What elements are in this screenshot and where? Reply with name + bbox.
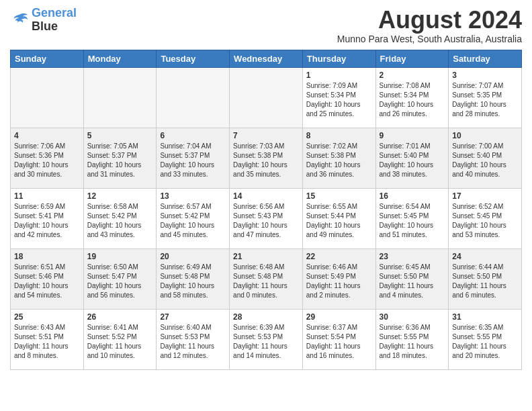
cell-text: Sunrise: 6:35 AMSunset: 5:55 PMDaylight:…	[452, 323, 518, 361]
cell-text: Sunrise: 6:59 AMSunset: 5:41 PMDaylight:…	[14, 202, 80, 240]
day-header-saturday: Saturday	[449, 50, 522, 67]
calendar-header-row: SundayMondayTuesdayWednesdayThursdayFrid…	[11, 50, 522, 67]
day-number: 4	[14, 131, 80, 140]
calendar-cell: 28Sunrise: 6:39 AMSunset: 5:53 PMDayligh…	[230, 309, 303, 369]
calendar-cell: 27Sunrise: 6:40 AMSunset: 5:53 PMDayligh…	[157, 309, 230, 369]
day-number: 16	[380, 191, 445, 201]
day-header-monday: Monday	[83, 50, 157, 67]
location: Munno Para West, South Australia, Austra…	[337, 34, 522, 44]
calendar-cell: 13Sunrise: 6:57 AMSunset: 5:42 PMDayligh…	[157, 188, 230, 248]
week-row-2: 4Sunrise: 7:06 AMSunset: 5:36 PMDaylight…	[11, 128, 522, 188]
cell-text: Sunrise: 6:45 AMSunset: 5:50 PMDaylight:…	[380, 263, 445, 300]
day-number: 18	[14, 252, 80, 261]
calendar-cell: 2Sunrise: 7:08 AMSunset: 5:34 PMDaylight…	[375, 67, 449, 128]
day-header-sunday: Sunday	[11, 50, 84, 67]
cell-text: Sunrise: 7:03 AMSunset: 5:38 PMDaylight:…	[233, 142, 299, 179]
day-number: 11	[14, 191, 80, 201]
cell-text: Sunrise: 6:44 AMSunset: 5:50 PMDaylight:…	[452, 263, 518, 300]
cell-text: Sunrise: 6:57 AMSunset: 5:42 PMDaylight:…	[160, 202, 226, 240]
cell-text: Sunrise: 7:04 AMSunset: 5:37 PMDaylight:…	[160, 142, 226, 179]
cell-text: Sunrise: 6:52 AMSunset: 5:45 PMDaylight:…	[452, 202, 518, 240]
cell-text: Sunrise: 6:36 AMSunset: 5:55 PMDaylight:…	[380, 323, 445, 361]
day-number: 1	[306, 71, 372, 80]
day-number: 26	[87, 312, 153, 322]
cell-text: Sunrise: 7:07 AMSunset: 5:35 PMDaylight:…	[452, 81, 518, 119]
day-number: 21	[233, 252, 299, 261]
calendar-cell: 30Sunrise: 6:36 AMSunset: 5:55 PMDayligh…	[375, 309, 449, 369]
day-number: 22	[306, 252, 372, 261]
cell-text: Sunrise: 6:37 AMSunset: 5:54 PMDaylight:…	[306, 323, 372, 361]
calendar-cell: 21Sunrise: 6:48 AMSunset: 5:48 PMDayligh…	[230, 248, 303, 309]
calendar-cell: 23Sunrise: 6:45 AMSunset: 5:50 PMDayligh…	[375, 248, 449, 309]
day-header-wednesday: Wednesday	[230, 50, 303, 67]
calendar-cell: 19Sunrise: 6:50 AMSunset: 5:47 PMDayligh…	[83, 248, 157, 309]
day-header-friday: Friday	[375, 50, 449, 67]
logo-text: General Blue	[32, 7, 77, 34]
page-header: General Blue August 2024 Munno Para West…	[10, 7, 522, 44]
calendar-cell: 20Sunrise: 6:49 AMSunset: 5:48 PMDayligh…	[157, 248, 230, 309]
calendar-cell	[157, 67, 230, 128]
cell-text: Sunrise: 7:01 AMSunset: 5:40 PMDaylight:…	[380, 142, 445, 179]
calendar-cell: 15Sunrise: 6:55 AMSunset: 5:44 PMDayligh…	[302, 188, 375, 248]
calendar-cell: 1Sunrise: 7:09 AMSunset: 5:34 PMDaylight…	[302, 67, 375, 128]
day-number: 29	[306, 312, 372, 322]
calendar-cell: 14Sunrise: 6:56 AMSunset: 5:43 PMDayligh…	[230, 188, 303, 248]
calendar-cell: 17Sunrise: 6:52 AMSunset: 5:45 PMDayligh…	[449, 188, 522, 248]
day-number: 3	[452, 71, 518, 80]
calendar-cell: 29Sunrise: 6:37 AMSunset: 5:54 PMDayligh…	[302, 309, 375, 369]
cell-text: Sunrise: 6:55 AMSunset: 5:44 PMDaylight:…	[306, 202, 372, 240]
calendar-cell: 22Sunrise: 6:46 AMSunset: 5:49 PMDayligh…	[302, 248, 375, 309]
week-row-3: 11Sunrise: 6:59 AMSunset: 5:41 PMDayligh…	[11, 188, 522, 248]
calendar-table: SundayMondayTuesdayWednesdayThursdayFrid…	[10, 50, 522, 370]
day-number: 27	[160, 312, 226, 322]
day-number: 13	[160, 191, 226, 201]
day-number: 14	[233, 191, 299, 201]
calendar-cell	[83, 67, 157, 128]
cell-text: Sunrise: 6:40 AMSunset: 5:53 PMDaylight:…	[160, 323, 226, 361]
cell-text: Sunrise: 6:43 AMSunset: 5:51 PMDaylight:…	[14, 323, 80, 361]
calendar-cell: 3Sunrise: 7:07 AMSunset: 5:35 PMDaylight…	[449, 67, 522, 128]
cell-text: Sunrise: 7:06 AMSunset: 5:36 PMDaylight:…	[14, 142, 80, 179]
calendar-cell	[11, 67, 84, 128]
day-number: 31	[452, 312, 518, 322]
calendar-cell: 8Sunrise: 7:02 AMSunset: 5:38 PMDaylight…	[302, 128, 375, 188]
calendar-cell: 25Sunrise: 6:43 AMSunset: 5:51 PMDayligh…	[11, 309, 84, 369]
day-number: 24	[452, 252, 518, 261]
day-number: 12	[87, 191, 153, 201]
day-number: 8	[306, 131, 372, 140]
calendar-cell: 5Sunrise: 7:05 AMSunset: 5:37 PMDaylight…	[83, 128, 157, 188]
cell-text: Sunrise: 6:58 AMSunset: 5:42 PMDaylight:…	[87, 202, 153, 240]
logo: General Blue	[10, 7, 77, 34]
cell-text: Sunrise: 6:41 AMSunset: 5:52 PMDaylight:…	[87, 323, 153, 361]
day-number: 6	[160, 131, 226, 140]
calendar-cell: 26Sunrise: 6:41 AMSunset: 5:52 PMDayligh…	[83, 309, 157, 369]
week-row-1: 1Sunrise: 7:09 AMSunset: 5:34 PMDaylight…	[11, 67, 522, 128]
calendar-cell: 24Sunrise: 6:44 AMSunset: 5:50 PMDayligh…	[449, 248, 522, 309]
cell-text: Sunrise: 6:50 AMSunset: 5:47 PMDaylight:…	[87, 263, 153, 300]
logo-icon	[10, 12, 29, 28]
month-title: August 2024	[337, 7, 522, 34]
day-number: 7	[233, 131, 299, 140]
cell-text: Sunrise: 6:48 AMSunset: 5:48 PMDaylight:…	[233, 263, 299, 300]
day-number: 20	[160, 252, 226, 261]
day-number: 17	[452, 191, 518, 201]
day-number: 28	[233, 312, 299, 322]
day-number: 15	[306, 191, 372, 201]
cell-text: Sunrise: 6:39 AMSunset: 5:53 PMDaylight:…	[233, 323, 299, 361]
cell-text: Sunrise: 6:51 AMSunset: 5:46 PMDaylight:…	[14, 263, 80, 300]
cell-text: Sunrise: 6:49 AMSunset: 5:48 PMDaylight:…	[160, 263, 226, 300]
day-header-thursday: Thursday	[302, 50, 375, 67]
cell-text: Sunrise: 6:46 AMSunset: 5:49 PMDaylight:…	[306, 263, 372, 300]
day-number: 19	[87, 252, 153, 261]
calendar-cell: 10Sunrise: 7:00 AMSunset: 5:40 PMDayligh…	[449, 128, 522, 188]
calendar-cell: 4Sunrise: 7:06 AMSunset: 5:36 PMDaylight…	[11, 128, 84, 188]
day-number: 9	[380, 131, 445, 140]
calendar-cell	[230, 67, 303, 128]
calendar-cell: 16Sunrise: 6:54 AMSunset: 5:45 PMDayligh…	[375, 188, 449, 248]
calendar-body: 1Sunrise: 7:09 AMSunset: 5:34 PMDaylight…	[11, 67, 522, 369]
calendar-cell: 9Sunrise: 7:01 AMSunset: 5:40 PMDaylight…	[375, 128, 449, 188]
day-header-tuesday: Tuesday	[157, 50, 230, 67]
calendar-cell: 6Sunrise: 7:04 AMSunset: 5:37 PMDaylight…	[157, 128, 230, 188]
week-row-5: 25Sunrise: 6:43 AMSunset: 5:51 PMDayligh…	[11, 309, 522, 369]
calendar-cell: 12Sunrise: 6:58 AMSunset: 5:42 PMDayligh…	[83, 188, 157, 248]
